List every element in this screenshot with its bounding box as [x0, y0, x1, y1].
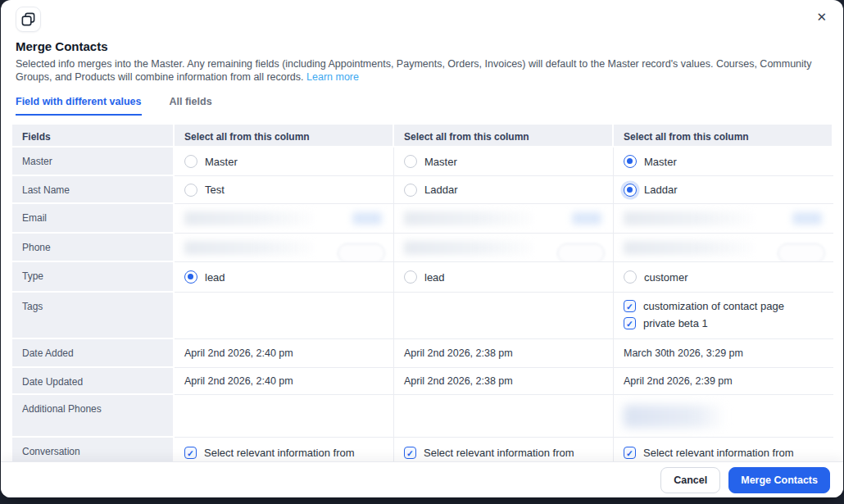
table-row-date-updated: Date UpdatedApril 2nd 2026, 2:40 pmApril… — [12, 368, 833, 395]
merge-icon-button — [16, 7, 41, 32]
tab-all-fields[interactable]: All fields — [170, 96, 212, 116]
close-icon[interactable]: ✕ — [813, 7, 830, 26]
radio-label: Laddar — [424, 184, 457, 196]
cell-last-name-col3: Laddar — [614, 176, 833, 204]
field-label-date-updated: Date Updated — [12, 368, 175, 395]
checkbox-option-private-beta-1[interactable]: ✓private beta 1 — [624, 317, 708, 329]
cell-phone-col2 — [394, 234, 614, 262]
checkbox-checked-icon[interactable]: ✓ — [624, 317, 636, 329]
radio-option-master[interactable]: Master — [184, 155, 238, 168]
table-row-date-added: Date AddedApril 2nd 2026, 2:40 pmApril 2… — [12, 339, 833, 368]
tab-field-with-different-values[interactable]: Field with different values — [16, 96, 142, 116]
cell-master-col2: Master — [394, 148, 614, 176]
checkbox-option-select-relevant-information-from[interactable]: ✓Select relevant information from — [184, 447, 355, 459]
select-all-column-header-2[interactable]: Select all from this column — [394, 125, 614, 148]
field-label-type: Type — [12, 262, 175, 293]
redacted-email-blur — [352, 212, 382, 225]
cell-date-added-col2: April 2nd 2026, 2:38 pm — [394, 339, 614, 368]
description-text: Selected info merges into the Master. An… — [16, 58, 812, 83]
field-label-tags: Tags — [12, 293, 175, 339]
radio-option-laddar[interactable]: Laddar — [624, 184, 677, 197]
radio-selected-icon[interactable] — [624, 184, 637, 197]
checkbox-option-customization-of-contact-page[interactable]: ✓customization of contact page — [624, 300, 784, 312]
checkbox-checked-icon[interactable]: ✓ — [184, 447, 197, 459]
cell-type-col2: lead — [394, 262, 614, 293]
value-text: April 2nd 2026, 2:39 pm — [624, 375, 733, 387]
radio-label: Master — [644, 156, 677, 168]
radio-label: lead — [205, 271, 225, 284]
radio-label: customer — [644, 271, 687, 284]
field-label-email: Email — [12, 204, 175, 234]
cell-email-col2 — [394, 204, 614, 234]
cell-phone-col1 — [175, 234, 394, 262]
redacted-phone-blur — [338, 243, 385, 262]
table-row-phone: Phone — [12, 234, 833, 262]
cell-last-name-col2: Laddar — [394, 176, 614, 204]
cell-date-updated-col3: April 2nd 2026, 2:39 pm — [614, 368, 833, 395]
table-row-email: Email — [12, 204, 833, 234]
radio-option-lead[interactable]: lead — [184, 270, 225, 284]
select-all-column-header-3[interactable]: Select all from this column — [614, 125, 833, 148]
field-label-phone: Phone — [12, 234, 175, 262]
checkbox-checked-icon[interactable]: ✓ — [624, 447, 636, 459]
table-row-type: Typeleadleadcustomer — [12, 262, 833, 293]
cell-email-col3 — [614, 204, 833, 234]
radio-label: Master — [205, 156, 238, 168]
checkbox-option-select-relevant-information-from[interactable]: ✓Select relevant information from — [404, 447, 574, 459]
cell-date-added-col1: April 2nd 2026, 2:40 pm — [175, 339, 394, 368]
cell-phone-col3 — [614, 234, 833, 262]
cell-additional-phones-col2 — [394, 395, 614, 438]
radio-selected-icon[interactable] — [184, 270, 197, 284]
merge-table: FieldsSelect all from this columnSelect … — [12, 125, 833, 487]
radio-selected-icon[interactable] — [624, 155, 637, 168]
modal-footer: Cancel Merge Contacts — [1, 461, 843, 497]
radio-option-lead[interactable]: lead — [404, 270, 445, 284]
checkbox-checked-icon[interactable]: ✓ — [404, 447, 416, 459]
radio-option-laddar[interactable]: Laddar — [404, 184, 457, 197]
merge-contacts-modal: ✕ Merge Contacts Selected info merges in… — [1, 0, 843, 497]
radio-label: Laddar — [644, 184, 677, 196]
cancel-button[interactable]: Cancel — [660, 467, 720, 493]
cell-tags-col3: ✓customization of contact page✓private b… — [614, 293, 833, 339]
table-row-master: MasterMasterMasterMaster — [12, 148, 833, 176]
radio-unselected-icon[interactable] — [404, 184, 417, 197]
field-label-date-added: Date Added — [12, 339, 175, 368]
checkbox-option-select-relevant-information-from[interactable]: ✓Select relevant information from — [624, 447, 794, 459]
redacted-phone-blur — [404, 241, 533, 255]
value-text: April 2nd 2026, 2:38 pm — [404, 347, 513, 359]
table-row-last-name: Last NameTestLaddarLaddar — [12, 176, 833, 204]
cell-email-col1 — [175, 204, 394, 234]
table-header-row: FieldsSelect all from this columnSelect … — [12, 125, 833, 148]
redacted-additional-phones-blur — [624, 405, 724, 428]
cell-date-updated-col1: April 2nd 2026, 2:40 pm — [175, 368, 394, 395]
merge-contacts-button[interactable]: Merge Contacts — [728, 467, 830, 493]
radio-option-test[interactable]: Test — [184, 184, 225, 197]
field-label-master: Master — [12, 148, 175, 176]
redacted-email-blur — [184, 211, 314, 225]
checkbox-checked-icon[interactable]: ✓ — [624, 300, 636, 312]
radio-unselected-icon[interactable] — [404, 155, 417, 168]
cell-date-added-col3: March 30th 2026, 3:29 pm — [614, 339, 833, 368]
redacted-email-blur — [624, 211, 754, 225]
value-text: April 2nd 2026, 2:38 pm — [404, 375, 513, 387]
learn-more-link[interactable]: Learn more — [306, 71, 359, 83]
select-all-column-header-1[interactable]: Select all from this column — [175, 125, 394, 148]
radio-label: lead — [424, 271, 445, 284]
cell-tags-col1 — [175, 293, 394, 339]
radio-unselected-icon[interactable] — [404, 270, 417, 284]
field-label-last-name: Last Name — [12, 176, 175, 204]
redacted-phone-blur — [778, 243, 825, 262]
radio-option-customer[interactable]: customer — [624, 270, 687, 284]
cell-type-col3: customer — [614, 262, 833, 293]
redacted-phone-blur — [624, 241, 754, 255]
radio-unselected-icon[interactable] — [624, 270, 637, 284]
radio-unselected-icon[interactable] — [184, 155, 197, 168]
radio-option-master[interactable]: Master — [624, 155, 677, 168]
table-row-additional-phones: Additional Phones — [12, 395, 833, 438]
checkbox-label: Select relevant information from — [204, 447, 355, 459]
radio-option-master[interactable]: Master — [404, 155, 457, 168]
cell-master-col3: Master — [614, 148, 833, 176]
table-row-tags: Tags✓customization of contact page✓priva… — [12, 293, 833, 339]
redacted-email-blur — [572, 212, 601, 225]
radio-unselected-icon[interactable] — [184, 184, 197, 197]
